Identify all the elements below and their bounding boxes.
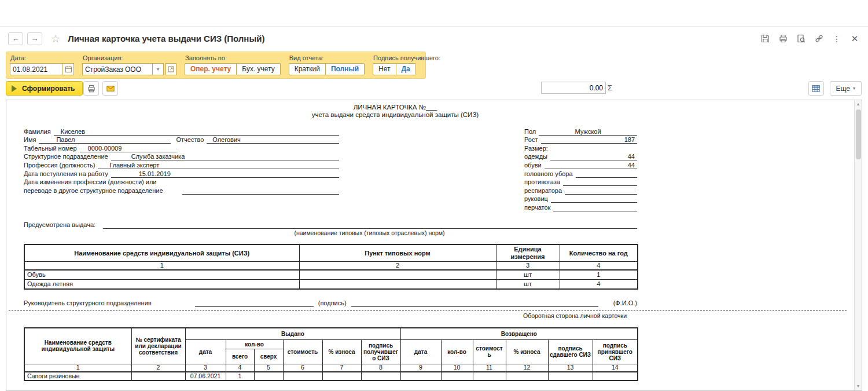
gloves-size-blank xyxy=(553,204,637,211)
t1-cell: 4 xyxy=(560,280,638,290)
t2-cell xyxy=(254,372,283,381)
t2-header-sign-given: подпись сдавшего СИЗ xyxy=(548,339,593,364)
save-icon[interactable] xyxy=(760,34,770,44)
scroll-up-icon[interactable]: ▲ xyxy=(855,100,862,108)
calendar-icon[interactable] xyxy=(63,63,74,75)
fill-by-option-buh[interactable]: Бух. учету xyxy=(237,63,280,75)
gender-label: Пол xyxy=(524,128,539,136)
change-value-blank xyxy=(182,187,339,195)
issue-provision-label: Предусмотрена выдача: xyxy=(24,221,98,229)
report-type-group: Вид отчета: Краткий Полный xyxy=(289,54,365,76)
preview-icon[interactable] xyxy=(796,34,806,44)
toolbar: ← → ☆ Личная карточка учета выдачи СИЗ (… xyxy=(0,26,868,50)
t2-colnum: 3 xyxy=(185,364,226,372)
report-content: ЛИЧНАЯ КАРТОЧКА №___ учета выдачи средст… xyxy=(24,104,767,381)
gasmask-size-blank xyxy=(563,178,637,186)
signature-option-no[interactable]: Нет xyxy=(373,63,396,75)
t2-cell xyxy=(400,372,441,381)
date-label: Дата: xyxy=(10,54,74,61)
sum-input[interactable] xyxy=(541,82,606,94)
grid-settings-button[interactable] xyxy=(808,81,824,96)
t1-cell: шт xyxy=(496,270,560,280)
t2-header-date: дата xyxy=(185,339,226,364)
t1-colnum: 4 xyxy=(560,262,638,271)
head-of-department-label: Руководитель структурного подразделения xyxy=(24,299,155,307)
patronymic-value: Олегович xyxy=(207,136,339,144)
t2-colnum: 7 xyxy=(322,364,361,372)
gloves-size-label: перчаток xyxy=(524,204,553,211)
t2-header-cert: № сертификата или декларации соответстви… xyxy=(131,328,185,364)
more-menu-icon[interactable]: ⋮ xyxy=(832,34,842,44)
t1-colnum: 1 xyxy=(24,262,299,271)
employee-info-left: ФамилияКиселев ИмяПавелОтчествоОлегович … xyxy=(24,127,339,195)
print-icon[interactable] xyxy=(778,34,788,44)
headwear-size-label: головного убора xyxy=(524,170,576,178)
email-button[interactable] xyxy=(102,81,118,96)
t1-header-norm: Пункт типовых норм xyxy=(299,244,496,262)
employee-info-right: ПолМужской Рост187 Размер: одежды44 обув… xyxy=(524,127,637,211)
favorite-star-icon[interactable]: ☆ xyxy=(51,32,60,45)
t1-cell: Обувь xyxy=(24,270,299,280)
clothing-size-label: одежды xyxy=(524,153,550,160)
report-document: ЛИЧНАЯ КАРТОЧКА №___ учета выдачи средст… xyxy=(6,100,862,391)
t2-colnum: 1 xyxy=(24,364,131,372)
t2-header-date2: дата xyxy=(400,339,441,364)
gasmask-size-label: противогаза xyxy=(524,178,563,186)
t2-colnum: 9 xyxy=(400,364,441,372)
top-strip xyxy=(0,0,868,26)
surname-value: Киселев xyxy=(54,128,339,136)
table-row: Одежда летняя шт 4 xyxy=(24,280,638,290)
page-break-dashed-line xyxy=(9,310,847,311)
organization-dropdown-icon[interactable]: ▾ xyxy=(153,63,164,75)
patronymic-label: Отчество xyxy=(176,136,207,144)
issue-return-table: Наименование средств индивидуальной защи… xyxy=(24,327,638,381)
t1-colnum: 3 xyxy=(496,262,560,271)
organization-input[interactable] xyxy=(82,63,153,75)
date-input[interactable] xyxy=(10,63,63,75)
back-side-label: Оборотная сторона личной карточки xyxy=(24,312,637,320)
report-type-label: Вид отчета: xyxy=(289,54,365,61)
t2-header-name: Наименование средств индивидуальной защи… xyxy=(24,328,131,364)
t2-header-sign-received: подпись получившего СИЗ xyxy=(361,339,400,364)
hire-date-label: Дата поступления на работу xyxy=(24,170,111,178)
t2-cell xyxy=(506,372,548,381)
close-icon[interactable]: ✕ xyxy=(849,34,860,44)
sigma-icon[interactable]: Σ xyxy=(606,83,614,92)
report-type-option-full[interactable]: Полный xyxy=(326,63,365,75)
personnel-number-value: 0000-00009 xyxy=(80,145,176,152)
issue-provision-row: Предусмотрена выдача: xyxy=(24,221,637,229)
organization-label: Организация: xyxy=(83,54,176,61)
forward-button[interactable]: → xyxy=(27,32,42,45)
report-type-option-short[interactable]: Краткий xyxy=(289,63,326,75)
height-value: 187 xyxy=(541,136,637,144)
surname-label: Фамилия xyxy=(24,128,54,136)
t2-colnum: 6 xyxy=(283,364,322,372)
t2-cell xyxy=(441,372,473,381)
signature-group: Подпись получившего: Нет Да xyxy=(373,54,440,76)
change-label-line1: Дата изменения профессии (должности) или xyxy=(24,178,159,186)
link-icon[interactable] xyxy=(814,34,824,44)
play-icon xyxy=(12,85,17,92)
organization-group: Организация: ▾ xyxy=(82,54,176,76)
generate-button[interactable]: Сформировать xyxy=(6,81,83,96)
t1-colnum: 2 xyxy=(299,262,496,271)
t2-header-qty: кол-во xyxy=(226,339,283,349)
fio-caption: (Ф.И.О.) xyxy=(613,299,637,307)
back-button[interactable]: ← xyxy=(8,32,23,45)
more-button[interactable]: Еще▾ xyxy=(830,81,862,96)
t1-header-name: Наименование средств индивидуальной защи… xyxy=(24,244,299,262)
action-row-right: Еще▾ xyxy=(808,81,862,96)
scroll-down-icon[interactable]: ▼ xyxy=(855,382,862,390)
t2-colnum: 2 xyxy=(131,364,185,372)
fill-by-option-oper[interactable]: Опер. учету xyxy=(185,63,237,75)
shoe-size-label: обуви xyxy=(524,162,545,169)
signature-blank xyxy=(195,299,314,307)
t2-colnum: 14 xyxy=(593,364,638,372)
print-button[interactable] xyxy=(83,81,99,96)
action-row: Сформировать Σ Еще▾ xyxy=(6,81,862,97)
organization-open-icon[interactable] xyxy=(165,63,176,75)
vertical-scrollbar[interactable]: ▲ ▼ xyxy=(854,100,862,390)
signature-option-yes[interactable]: Да xyxy=(396,63,416,75)
scrollbar-thumb[interactable] xyxy=(856,109,861,159)
sum-field-group: Σ xyxy=(541,82,614,94)
